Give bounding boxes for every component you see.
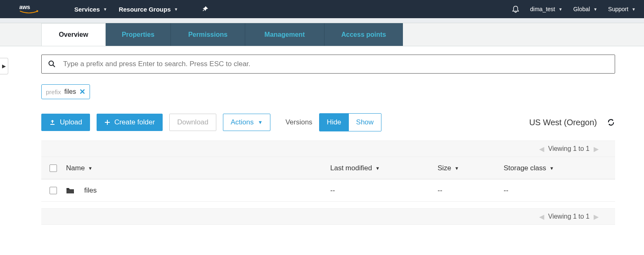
tab-overview-label: Overview xyxy=(59,31,88,38)
upload-icon xyxy=(49,119,56,126)
row-name: files xyxy=(84,186,97,195)
svg-rect-5 xyxy=(105,122,110,123)
region-text: US West (Oregon) xyxy=(529,118,597,127)
nav-pin-button[interactable] xyxy=(202,6,208,12)
versions-show-button[interactable]: Show xyxy=(349,114,381,131)
sub-strip xyxy=(0,18,644,23)
nav-resource-groups-label: Resource Groups xyxy=(119,6,171,13)
pager-next[interactable]: ▶ xyxy=(594,145,599,153)
nav-notifications[interactable] xyxy=(512,5,519,13)
col-last-modified-header[interactable]: Last modified ▼ xyxy=(330,164,438,172)
actions-label: Actions xyxy=(231,118,254,126)
nav-services[interactable]: Services ▼ xyxy=(74,6,107,13)
col-storage-class-header[interactable]: Storage class ▼ xyxy=(504,164,607,172)
col-storage-class-label: Storage class xyxy=(504,164,546,172)
region-block: US West (Oregon) xyxy=(529,118,615,127)
nav-resource-groups[interactable]: Resource Groups ▼ xyxy=(119,6,178,13)
tab-permissions[interactable]: Permissions xyxy=(171,23,245,46)
nav-right: dima_test ▼ Global ▼ Support ▼ xyxy=(512,5,636,13)
caret-down-icon: ▼ xyxy=(632,7,636,12)
caret-down-icon: ▼ xyxy=(174,7,178,12)
pager-next[interactable]: ▶ xyxy=(594,213,599,221)
chevron-down-icon: ▼ xyxy=(258,119,263,125)
versions-hide-label: Hide xyxy=(327,118,341,126)
sort-icon: ▼ xyxy=(375,166,380,171)
upload-label: Upload xyxy=(60,118,82,126)
row-size: -- xyxy=(438,186,442,195)
svg-line-2 xyxy=(53,65,55,67)
search-box[interactable] xyxy=(41,55,615,74)
row-name-cell[interactable]: files xyxy=(66,186,330,195)
sort-icon: ▼ xyxy=(549,166,554,171)
row-storage-class-cell: -- xyxy=(504,186,607,195)
col-size-header[interactable]: Size ▼ xyxy=(438,164,504,172)
tab-properties-label: Properties xyxy=(122,31,154,38)
pager-prev[interactable]: ◀ xyxy=(539,145,544,153)
nav-support-menu[interactable]: Support ▼ xyxy=(608,6,636,12)
nav-region-menu[interactable]: Global ▼ xyxy=(573,6,597,12)
top-nav: aws Services ▼ Resource Groups ▼ dima_te… xyxy=(0,0,644,18)
tab-management[interactable]: Management xyxy=(245,23,324,46)
aws-logo[interactable]: aws xyxy=(0,3,58,15)
tab-properties[interactable]: Properties xyxy=(106,23,171,46)
nav-user-label: dima_test xyxy=(530,6,555,12)
row-check xyxy=(50,187,66,194)
pager-text: Viewing 1 to 1 xyxy=(548,145,590,153)
row-last-modified: -- xyxy=(330,186,335,195)
row-storage-class: -- xyxy=(504,186,508,195)
nav-services-label: Services xyxy=(74,6,100,13)
pager-bottom: ◀ Viewing 1 to 1 ▶ xyxy=(41,208,615,225)
table-header: Name ▼ Last modified ▼ Size ▼ Storage cl… xyxy=(41,157,615,179)
row-size-cell: -- xyxy=(438,186,504,195)
col-last-modified-label: Last modified xyxy=(330,164,372,172)
caret-down-icon: ▼ xyxy=(559,7,563,12)
folder-icon xyxy=(66,187,74,194)
col-name-label: Name xyxy=(66,164,85,172)
nav-left: Services ▼ Resource Groups ▼ xyxy=(74,6,208,13)
caret-down-icon: ▼ xyxy=(593,7,597,12)
versions-toggle: Hide Show xyxy=(319,113,382,131)
chip-remove-button[interactable]: ✕ xyxy=(79,87,85,96)
refresh-button[interactable] xyxy=(607,118,615,126)
caret-down-icon: ▼ xyxy=(103,7,107,12)
col-name-header[interactable]: Name ▼ xyxy=(66,164,330,172)
nav-user-menu[interactable]: dima_test ▼ xyxy=(530,6,563,12)
create-folder-button[interactable]: Create folder xyxy=(97,114,163,131)
svg-point-1 xyxy=(49,61,54,66)
sort-icon: ▼ xyxy=(455,166,459,171)
search-icon xyxy=(48,60,56,68)
chip-label: prefix xyxy=(46,88,61,95)
row-last-modified-cell: -- xyxy=(330,186,438,195)
col-size-label: Size xyxy=(438,164,451,172)
nav-region-label: Global xyxy=(573,6,590,12)
plus-icon xyxy=(104,119,110,125)
tabs: Overview Properties Permissions Manageme… xyxy=(41,23,644,46)
actions-dropdown[interactable]: Actions ▼ xyxy=(223,114,271,131)
table-row[interactable]: files -- -- -- xyxy=(41,179,615,202)
pager-prev[interactable]: ◀ xyxy=(539,213,544,221)
versions-label: Versions xyxy=(285,118,312,126)
search-row xyxy=(41,55,615,74)
tab-access-points-label: Access points xyxy=(341,31,386,38)
versions-hide-button[interactable]: Hide xyxy=(320,114,349,131)
search-input[interactable] xyxy=(63,60,608,68)
content: prefix files ✕ Upload Create folder Down… xyxy=(0,55,644,225)
svg-text:aws: aws xyxy=(19,4,31,10)
refresh-icon xyxy=(607,118,615,126)
upload-button[interactable]: Upload xyxy=(41,114,90,131)
nav-support-label: Support xyxy=(608,6,628,12)
pin-icon xyxy=(202,6,208,12)
tab-management-label: Management xyxy=(265,31,305,38)
row-checkbox[interactable] xyxy=(50,187,57,194)
select-all-checkbox[interactable] xyxy=(50,164,57,172)
toolbar: Upload Create folder Download Actions ▼ … xyxy=(41,113,615,131)
col-check xyxy=(50,164,66,172)
filter-chip-prefix[interactable]: prefix files ✕ xyxy=(41,84,90,99)
tab-overview[interactable]: Overview xyxy=(41,23,106,46)
tab-access-points[interactable]: Access points xyxy=(324,23,403,46)
aws-logo-icon: aws xyxy=(19,3,39,15)
download-label: Download xyxy=(177,118,208,126)
download-button: Download xyxy=(169,114,216,131)
versions-show-label: Show xyxy=(356,118,374,126)
tab-permissions-label: Permissions xyxy=(188,31,227,38)
